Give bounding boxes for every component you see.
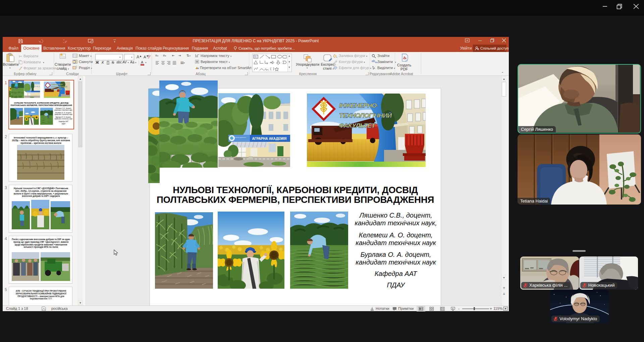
svg-text:Полтавська державна: Полтавська державна [232,136,247,138]
svg-text:ІНЖЕНЕРНО-: ІНЖЕНЕРНО- [339,102,378,109]
svg-text:АГРАРНА АКАДЕМІЯ: АГРАРНА АКАДЕМІЯ [252,137,287,140]
svg-text:ІНЖЕНЕРНО-: ІНЖЕНЕРНО- [51,83,63,86]
svg-text:ФАКУЛЬТЕТ: ФАКУЛЬТЕТ [339,122,376,129]
svg-text:ТЕХНОЛОГІЧНИЙ: ТЕХНОЛОГІЧНИЙ [339,112,392,119]
svg-text:ТЕХНОЛОГІЧНИЙ: ТЕХНОЛОГІЧНИЙ [51,86,67,88]
svg-text:ФАКУЛЬТЕТ: ФАКУЛЬТЕТ [51,88,62,90]
svg-text:A: A [147,54,149,57]
